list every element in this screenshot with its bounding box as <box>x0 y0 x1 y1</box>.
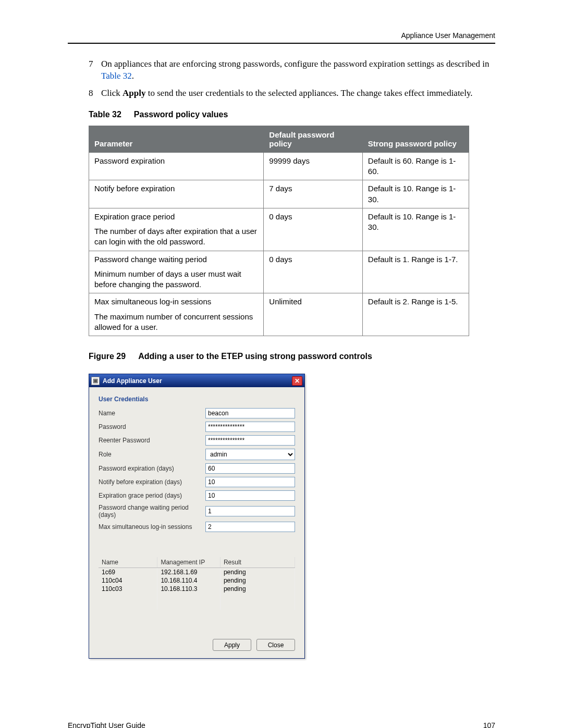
label-grace: Expiration grace period (days) <box>99 492 205 499</box>
step-7-text: On appliances that are enforcing strong … <box>101 58 495 82</box>
table-row: Expiration grace periodThe number of day… <box>89 208 469 251</box>
cell-result: pending <box>220 576 295 585</box>
default-cell: 0 days <box>264 208 363 251</box>
param: Expiration grace period <box>94 212 175 221</box>
notify-field[interactable] <box>205 477 295 487</box>
max-sess-field[interactable] <box>205 522 295 532</box>
label-password: Password <box>99 423 205 430</box>
list-item[interactable] <box>99 601 295 610</box>
param-sub: The maximum number of concurrent session… <box>94 312 258 333</box>
param: Notify before expiration <box>94 184 175 193</box>
default-cell: 0 days <box>264 251 363 293</box>
step-7-number: 7 <box>89 58 101 82</box>
footer: EncrypTight User Guide 107 <box>68 721 495 728</box>
rule-top <box>68 43 495 44</box>
cell-name: 110c04 <box>99 576 157 585</box>
wait-field[interactable] <box>205 506 295 516</box>
default-cell: Unlimited <box>264 293 363 336</box>
label-wait: Password change waiting period (days) <box>99 504 205 519</box>
close-icon[interactable]: ✕ <box>292 376 302 386</box>
label-pwd-exp: Password expiration (days) <box>99 465 205 472</box>
dialog-title-text: Add Appliance User <box>103 377 162 385</box>
role-select[interactable]: admin <box>205 449 295 460</box>
step-8-text-b: to send the user credentials to the sele… <box>146 88 473 98</box>
param: Password expiration <box>94 156 165 165</box>
dialog-icon: ▣ <box>91 377 100 385</box>
cell-ip: 10.168.110.3 <box>157 585 220 593</box>
step-8-text-a: Click <box>101 88 123 98</box>
label-name: Name <box>99 410 205 417</box>
param: Password change waiting period <box>94 255 207 264</box>
table-row: Max simultaneous log-in sessionsThe maxi… <box>89 293 469 336</box>
step-7-text-a: On appliances that are enforcing strong … <box>101 59 489 69</box>
default-cell: 99999 days <box>264 152 363 180</box>
close-button[interactable]: Close <box>256 639 295 651</box>
cell-name: 110c03 <box>99 585 157 593</box>
figure-29-title: Adding a user to the ETEP using strong p… <box>138 352 372 361</box>
list-item[interactable]: 1c69192.168.1.69pending <box>99 568 295 577</box>
label-role: Role <box>99 451 205 458</box>
cell-result: pending <box>220 585 295 593</box>
pwd-exp-field[interactable] <box>205 463 295 474</box>
grace-field[interactable] <box>205 490 295 501</box>
figure-29-number: Figure 29 <box>89 352 126 361</box>
default-cell: 7 days <box>264 180 363 208</box>
name-field[interactable] <box>205 408 295 418</box>
col-management-ip[interactable]: Management IP <box>157 557 220 568</box>
table-32-caption: Table 32Password policy values <box>89 110 495 119</box>
cell-ip: 10.168.110.4 <box>157 576 220 585</box>
header-right: Appliance User Management <box>68 31 495 40</box>
strong-cell: Default is 10. Range is 1-30. <box>362 180 469 208</box>
param-sub: The number of days after expiration that… <box>94 226 258 248</box>
step-8: 8 Click Apply to send the user credentia… <box>89 88 495 100</box>
cell-result: pending <box>220 568 295 577</box>
apply-button[interactable]: Apply <box>213 639 251 651</box>
table-row: Notify before expiration 7 days Default … <box>89 180 469 208</box>
step-8-bold: Apply <box>123 88 145 98</box>
param: Max simultaneous log-in sessions <box>94 297 211 306</box>
table-row: Password expiration 99999 days Default i… <box>89 152 469 180</box>
list-item[interactable] <box>99 593 295 601</box>
figure-29-caption: Figure 29Adding a user to the ETEP using… <box>89 352 495 361</box>
add-appliance-user-dialog: ▣ Add Appliance User ✕ User Credentials … <box>89 374 305 659</box>
step-8-number: 8 <box>89 88 101 100</box>
table-row: Password change waiting periodMinimum nu… <box>89 251 469 293</box>
strong-cell: Default is 1. Range is 1-7. <box>362 251 469 293</box>
cell-ip: 192.168.1.69 <box>157 568 220 577</box>
table-32-number: Table 32 <box>89 110 121 119</box>
strong-cell: Default is 2. Range is 1-5. <box>362 293 469 336</box>
col-appliance-name[interactable]: Name <box>99 557 157 568</box>
strong-cell: Default is 10. Range is 1-30. <box>362 208 469 251</box>
footer-left: EncrypTight User Guide <box>68 721 145 728</box>
param-sub: Minimum number of days a user must wait … <box>94 269 258 290</box>
step-8-text: Click Apply to send the user credentials… <box>101 88 495 100</box>
cell-name: 1c69 <box>99 568 157 577</box>
col-strong: Strong password policy <box>362 126 469 152</box>
footer-page-number: 107 <box>483 721 495 728</box>
password-policy-table: Parameter Default password policy Strong… <box>89 126 469 336</box>
col-result[interactable]: Result <box>220 557 295 568</box>
reenter-password-field[interactable] <box>205 435 295 446</box>
col-default: Default password policy <box>264 126 363 152</box>
col-parameter: Parameter <box>89 126 264 152</box>
user-credentials-header: User Credentials <box>99 396 295 403</box>
list-item[interactable]: 110c0410.168.110.4pending <box>99 576 295 585</box>
password-field[interactable] <box>205 422 295 432</box>
strong-cell: Default is 60. Range is 1-60. <box>362 152 469 180</box>
appliance-list-table: Name Management IP Result 1c69192.168.1.… <box>99 557 295 610</box>
step-7-text-b: . <box>132 71 134 81</box>
label-max-sess: Max simultaneous log-in sessions <box>99 523 205 530</box>
label-reenter: Reenter Password <box>99 437 205 444</box>
table-32-title: Password policy values <box>134 110 228 119</box>
list-item[interactable]: 110c0310.168.110.3pending <box>99 585 295 593</box>
table-32-link[interactable]: Table 32 <box>101 71 132 81</box>
dialog-titlebar[interactable]: ▣ Add Appliance User ✕ <box>89 374 304 387</box>
label-notify: Notify before expiration (days) <box>99 478 205 486</box>
step-7: 7 On appliances that are enforcing stron… <box>89 58 495 82</box>
